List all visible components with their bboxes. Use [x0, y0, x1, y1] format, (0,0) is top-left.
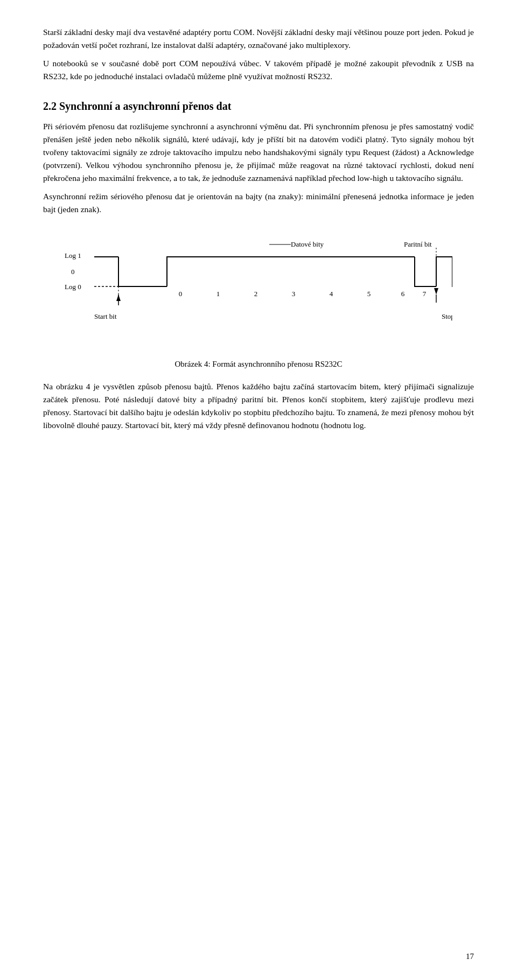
- paragraph-2: U notebooků se v současné době port COM …: [43, 57, 474, 83]
- paragraph-4: Asynchronní režim sériového přenosu dat …: [43, 190, 474, 216]
- bit-num-1: 1: [216, 290, 220, 298]
- start-bit-label: Start bit: [94, 312, 117, 320]
- bit-num-3: 3: [292, 290, 296, 298]
- parity-bit-label: Paritní bit: [404, 240, 432, 248]
- parity-bit-line: [436, 257, 452, 286]
- log0-label: Log 0: [65, 283, 81, 291]
- page-number: 17: [466, 950, 474, 963]
- bit-num-5: 5: [367, 290, 371, 298]
- bit-num-2: 2: [254, 290, 258, 298]
- paragraph-5: Na obrázku 4 je vysvětlen způsob přenosu…: [43, 380, 474, 432]
- zero-label: 0: [71, 268, 75, 276]
- page-content: Starší základní desky mají dva vestavěné…: [43, 26, 474, 432]
- start-bit-line: [118, 257, 167, 286]
- data-bit-0: [167, 257, 205, 286]
- parity-arrow-down: [434, 288, 438, 295]
- data-bit-7: [415, 257, 436, 286]
- paragraph-1: Starší základní desky mají dva vestavěné…: [43, 26, 474, 52]
- bit-num-6: 6: [401, 290, 405, 298]
- diagram-svg: Log 1 0 Log 0: [65, 235, 452, 354]
- figure-caption: Obrázek 4: Formát asynchronního přenosu …: [43, 358, 474, 370]
- bit-num-4: 4: [330, 290, 333, 298]
- bit-num-7: 7: [423, 290, 427, 298]
- paragraph-3: Při sériovém přenosu dat rozlišujeme syn…: [43, 120, 474, 185]
- log1-label: Log 1: [65, 251, 81, 260]
- data-bits-label: Datové bity: [291, 240, 324, 248]
- stop-bit-label: Stop bit: [442, 312, 452, 320]
- section-heading: 2.2 Synchronní a asynchronní přenos dat: [43, 98, 474, 115]
- bit-num-0: 0: [179, 290, 183, 298]
- timing-diagram: Log 1 0 Log 0: [65, 235, 452, 354]
